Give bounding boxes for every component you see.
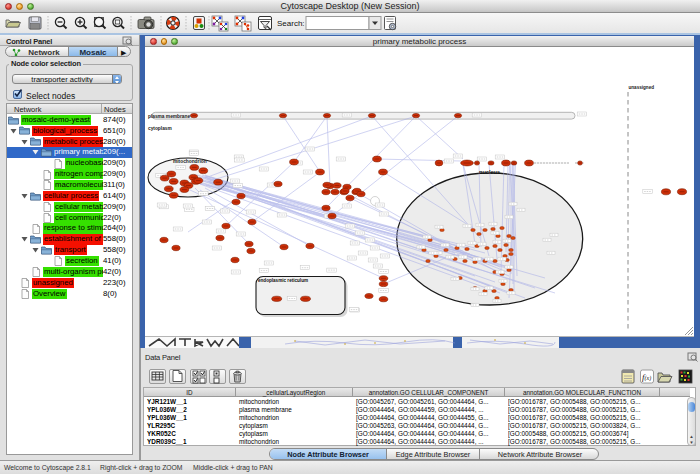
svg-text:cytoplasm: cytoplasm bbox=[148, 126, 172, 131]
svg-text:unassigned: unassigned bbox=[629, 85, 655, 90]
svg-text:endoplasmic reticulum: endoplasmic reticulum bbox=[258, 277, 308, 282]
svg-text:nucleus: nucleus bbox=[479, 169, 500, 175]
svg-text:Search:: Search: bbox=[277, 19, 305, 28]
svg-text:mitochondrion: mitochondrion bbox=[173, 159, 207, 164]
svg-text:plasma membrane: plasma membrane bbox=[148, 113, 190, 118]
